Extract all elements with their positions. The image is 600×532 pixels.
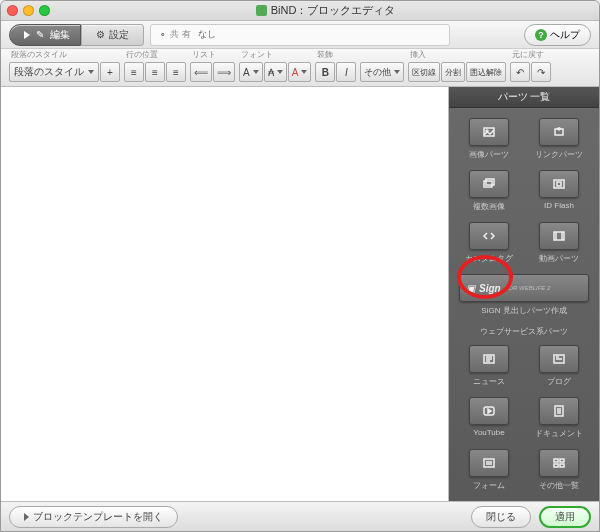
style-plus-button[interactable]: + (100, 62, 120, 82)
list-back-button[interactable]: ⟸ (190, 62, 212, 82)
multi-image-icon (482, 177, 496, 191)
part-link[interactable]: リンクパーツ (527, 116, 591, 162)
close-button[interactable]: 閉じる (471, 506, 531, 528)
idflash-icon (552, 177, 566, 191)
group-label: リスト (190, 49, 235, 60)
panel-header: パーツ 一覧 (449, 87, 599, 108)
part-image[interactable]: 画像パーツ (457, 116, 521, 162)
align-left-button[interactable]: ≡ (124, 62, 144, 82)
svg-rect-3 (484, 181, 492, 187)
edit-button[interactable]: ✎ 編集 (9, 24, 81, 46)
settings-button[interactable]: ⚙ 設定 (81, 24, 144, 46)
group-label: 段落のスタイル (9, 49, 120, 60)
form-icon (482, 456, 496, 470)
paragraph-style-select[interactable]: 段落のスタイル (9, 62, 99, 82)
part-multi-image[interactable]: 複数画像 (457, 168, 521, 214)
group-label: フォント (239, 49, 311, 60)
film-icon (552, 229, 566, 243)
format-toolbar: 段落のスタイル 段落のスタイル + 行の位置 ≡ ≡ ≡ リスト ⟸ ⟹ フォン… (1, 49, 599, 87)
align-right-button[interactable]: ≡ (166, 62, 186, 82)
svg-rect-4 (486, 179, 494, 185)
open-template-button[interactable]: ブロックテンプレートを開く (9, 506, 178, 528)
sign-icon: ▣ (466, 283, 475, 294)
window-minimize-icon[interactable] (23, 5, 34, 16)
group-label: 装飾 (315, 49, 356, 60)
other-select[interactable]: その他 (360, 62, 404, 82)
undo-button[interactable]: ↶ (510, 62, 530, 82)
font-highlight-button[interactable]: A (288, 62, 312, 82)
redo-button[interactable]: ↷ (531, 62, 551, 82)
blog-icon (552, 352, 566, 366)
part-blog[interactable]: ブログ (527, 343, 591, 389)
part-custom-tag[interactable]: カスタムタグ (457, 220, 521, 266)
part-news[interactable]: ニュース (457, 343, 521, 389)
svg-rect-15 (560, 464, 564, 467)
image-icon (482, 125, 496, 139)
news-icon (482, 352, 496, 366)
italic-button[interactable]: I (336, 62, 356, 82)
svg-rect-13 (560, 459, 564, 462)
window-title: BiND：ブロックエディタ (58, 3, 593, 18)
part-idflash[interactable]: ID Flash (527, 168, 591, 214)
youtube-icon (482, 404, 496, 418)
app-badge-icon (256, 5, 267, 16)
grid-icon (552, 456, 566, 470)
editor-canvas[interactable] (1, 87, 449, 501)
group-label: 行の位置 (124, 49, 186, 60)
play-icon (24, 31, 30, 39)
group-label: 元に戻す (510, 49, 551, 60)
section-webservice: ウェブサービス系パーツ (457, 326, 591, 337)
enclose-button[interactable]: 囲込解除 (466, 62, 506, 82)
footer: ブロックテンプレートを開く 閉じる 適用 (1, 501, 599, 531)
document-icon (552, 404, 566, 418)
svg-rect-11 (484, 459, 494, 467)
share-field[interactable]: ⚬共 有 なし (150, 24, 450, 46)
list-fwd-button[interactable]: ⟹ (213, 62, 235, 82)
svg-rect-14 (554, 464, 558, 467)
part-video[interactable]: 動画パーツ (527, 220, 591, 266)
svg-rect-12 (554, 459, 558, 462)
parts-panel: パーツ 一覧 画像パーツ リンクパーツ 複数画像 ID Flash (449, 87, 599, 501)
part-other[interactable]: その他一覧 (527, 447, 591, 493)
group-label (360, 51, 404, 60)
triangle-icon (24, 513, 29, 521)
split-button[interactable]: 分割 (441, 62, 465, 82)
window-close-icon[interactable] (7, 5, 18, 16)
part-youtube[interactable]: YouTube (457, 395, 521, 441)
apply-button[interactable]: 適用 (539, 506, 591, 528)
window-zoom-icon[interactable] (39, 5, 50, 16)
help-button[interactable]: ? ヘルプ (524, 24, 591, 46)
align-center-button[interactable]: ≡ (145, 62, 165, 82)
group-label: 挿入 (408, 49, 506, 60)
font-color-button[interactable]: ₳ (264, 62, 287, 82)
titlebar: BiND：ブロックエディタ (1, 1, 599, 21)
bold-button[interactable]: B (315, 62, 335, 82)
part-sign[interactable]: ▣ Sign FOR WEBLIFE 2 SiGN 見出しパーツ作成 (457, 272, 591, 318)
code-icon (482, 229, 496, 243)
separator-button[interactable]: 区切線 (408, 62, 440, 82)
font-size-button[interactable]: A (239, 62, 263, 82)
part-form[interactable]: フォーム (457, 447, 521, 493)
link-icon (552, 125, 566, 139)
main-toolbar: ✎ 編集 ⚙ 設定 ⚬共 有 なし ? ヘルプ (1, 21, 599, 49)
help-icon: ? (535, 29, 547, 41)
svg-rect-5 (554, 180, 564, 188)
part-document[interactable]: ドキュメント (527, 395, 591, 441)
